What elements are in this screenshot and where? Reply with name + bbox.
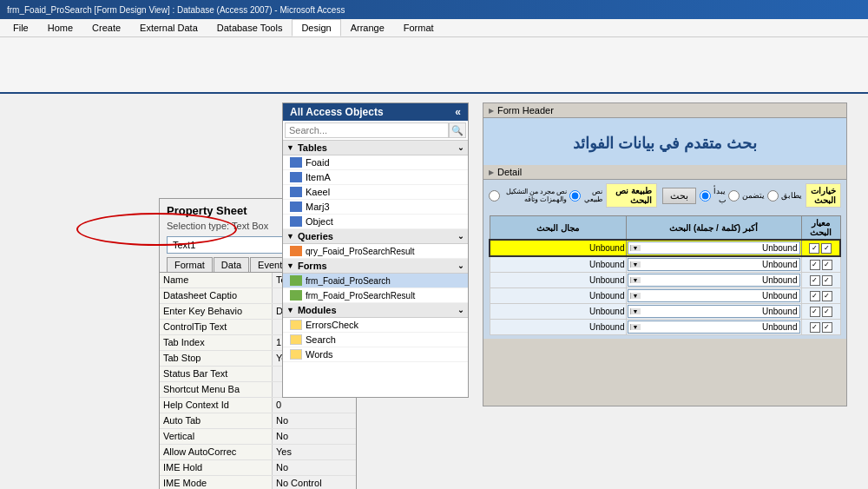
search-row: 🔍 [283, 121, 468, 141]
tables-label: Tables [298, 142, 327, 153]
search-criteria-grid: معيار البحث أكبر (كلمة / جملة) البحث مجا… [489, 215, 841, 335]
nav-item-foaid[interactable]: Foaid [283, 155, 468, 170]
tab-home[interactable]: Home [38, 19, 82, 36]
field-value-4: Unbound [589, 291, 625, 301]
nav-item-errorscheck[interactable]: ErrorsCheck [283, 318, 468, 333]
search-text-cell-1: Unbound ▼ [626, 240, 801, 256]
radio-plain-text-input[interactable] [569, 190, 581, 202]
tables-section-header[interactable]: ▼ Tables ⌄ [283, 141, 468, 155]
tab-create[interactable]: Create [82, 19, 130, 36]
nav-item-kaeel[interactable]: Kaeel [283, 185, 468, 200]
radio-yatadamman: يتضمن [742, 191, 765, 200]
nav-item-itema[interactable]: ItemA [283, 170, 468, 185]
tab-database-tools[interactable]: Database Tools [207, 19, 293, 36]
header-field: مجال البحث [490, 216, 626, 241]
prop-value-9[interactable]: No [273, 413, 356, 428]
form-header-section: ▶ Form Header [483, 103, 846, 118]
modules-expand-icon: ⌄ [457, 306, 464, 314]
nav-item-frm-prosearch[interactable]: frm_Foaid_ProSearch [283, 274, 468, 288]
nav-search-input[interactable] [285, 122, 449, 138]
cb-4a[interactable]: ✓ [822, 291, 832, 301]
tab-format[interactable]: Format [394, 19, 444, 36]
search-execute-button[interactable]: بحث [662, 188, 696, 204]
table-icon-marj3 [290, 202, 302, 212]
modules-chevron: ▼ [286, 306, 294, 314]
grid-row-2: ✓ ✓ Unbound ▼ Unbound [490, 256, 840, 273]
dropdown-btn-1[interactable]: ▼ [630, 245, 641, 251]
radio-yatadamman-input[interactable] [728, 190, 740, 202]
prop-value-10[interactable]: No [273, 429, 356, 444]
dropdown-btn-2[interactable]: ▼ [630, 261, 641, 268]
form-detail-arrow[interactable]: ▶ [489, 169, 494, 176]
prop-name-7: Shortcut Menu Ba [160, 382, 273, 397]
criteria-cell-1: ✓ ✓ [801, 240, 840, 256]
form-header-arrow[interactable]: ▶ [489, 107, 494, 115]
radio-yatabiq-input[interactable] [767, 190, 779, 202]
unbound-text-5[interactable]: Unbound [641, 307, 798, 316]
tab-data[interactable]: Data [214, 257, 249, 272]
prop-name-1: Datasheet Captio [160, 288, 273, 303]
cb-1a[interactable]: ✓ [821, 243, 832, 254]
form-icon-prosearch [290, 275, 302, 286]
queries-expand-icon: ⌄ [457, 232, 464, 241]
prop-row-8: Help Context Id 0 [160, 398, 356, 413]
nav-item-frm-prosearchresult[interactable]: frm_Foaid_ProSearchResult [283, 288, 468, 303]
prop-name-4: Tab Index [160, 335, 273, 350]
nav-collapse-icon[interactable]: « [455, 106, 461, 118]
radio-stripped-text-input[interactable] [489, 190, 500, 202]
cb-6b[interactable]: ✓ [810, 322, 820, 333]
cb-6a[interactable]: ✓ [822, 322, 832, 333]
radio-stripped-text: نص مجرد من التشكيل والهمزات وتاقه [503, 188, 567, 203]
tab-format[interactable]: Format [167, 257, 213, 272]
cb-3b[interactable]: ✓ [810, 275, 820, 286]
unbound-text-4[interactable]: Unbound [641, 291, 798, 301]
prop-value-8[interactable]: 0 [273, 398, 356, 413]
dropdown-btn-5[interactable]: ▼ [630, 308, 641, 314]
field-cell-3: Unbound [490, 273, 626, 288]
unbound-text-2[interactable]: Unbound [641, 260, 798, 269]
tab-external-data[interactable]: External Data [130, 19, 207, 36]
unbound-text-6[interactable]: Unbound [641, 322, 798, 332]
form-icon-prosearchresult [290, 290, 302, 301]
text-nature-label: طبيعة نص البحث [606, 183, 657, 208]
prop-value-13[interactable]: No Control [273, 476, 356, 489]
queries-section-header[interactable]: ▼ Queries ⌄ [283, 229, 468, 244]
criteria-cell-6: ✓ ✓ [801, 320, 840, 335]
modules-section-header[interactable]: ▼ Modules ⌄ [283, 303, 468, 318]
form-detail-section: ▶ Detail [483, 165, 846, 180]
nav-item-search[interactable]: Search [283, 333, 468, 347]
cb-2b[interactable]: ✓ [810, 260, 820, 270]
header-search-text: أكبر (كلمة / جملة) البحث [626, 216, 801, 241]
cb-4b[interactable]: ✓ [810, 291, 820, 301]
dropdown-btn-6[interactable]: ▼ [630, 324, 641, 330]
cb-2a[interactable]: ✓ [822, 260, 832, 270]
nav-item-object[interactable]: Object [283, 215, 468, 229]
grid-row-3: ✓ ✓ Unbound ▼ Unbound [490, 273, 840, 288]
dropdown-btn-4[interactable]: ▼ [630, 293, 641, 299]
search-options-label: خيارات البحث [806, 183, 841, 208]
prop-value-12[interactable]: No [273, 460, 356, 475]
nav-item-words[interactable]: Words [283, 347, 468, 362]
unbound-text-3[interactable]: Unbound [641, 275, 798, 285]
nav-item-marj3[interactable]: Marj3 [283, 200, 468, 215]
forms-section-header[interactable]: ▼ Forms ⌄ [283, 259, 468, 274]
unbound-text-1[interactable]: Unbound [641, 243, 798, 253]
prop-row-11: Allow AutoCorrec Yes [160, 445, 356, 460]
modules-label: Modules [298, 305, 337, 315]
criteria-cell-4: ✓ ✓ [801, 288, 840, 304]
nav-item-qry[interactable]: qry_Foaid_ProSearchResult [283, 244, 468, 259]
dropdown-btn-3[interactable]: ▼ [630, 277, 641, 283]
cb-1b[interactable]: ✓ [809, 243, 819, 254]
tab-design[interactable]: Design [292, 19, 340, 36]
radio-yabdau-input[interactable] [700, 190, 711, 202]
prop-value-11[interactable]: Yes [273, 445, 356, 459]
table-icon-itema [290, 172, 302, 182]
tab-arrange[interactable]: Arrange [341, 19, 394, 36]
tab-file[interactable]: File [3, 19, 38, 36]
cb-5b[interactable]: ✓ [810, 307, 820, 317]
nav-search-button[interactable]: 🔍 [449, 122, 466, 138]
field-value-1: Unbound [589, 243, 625, 253]
cb-5a[interactable]: ✓ [822, 307, 832, 317]
data-grid-area: معيار البحث أكبر (كلمة / جملة) البحث مجا… [483, 214, 846, 339]
cb-3a[interactable]: ✓ [822, 275, 832, 286]
